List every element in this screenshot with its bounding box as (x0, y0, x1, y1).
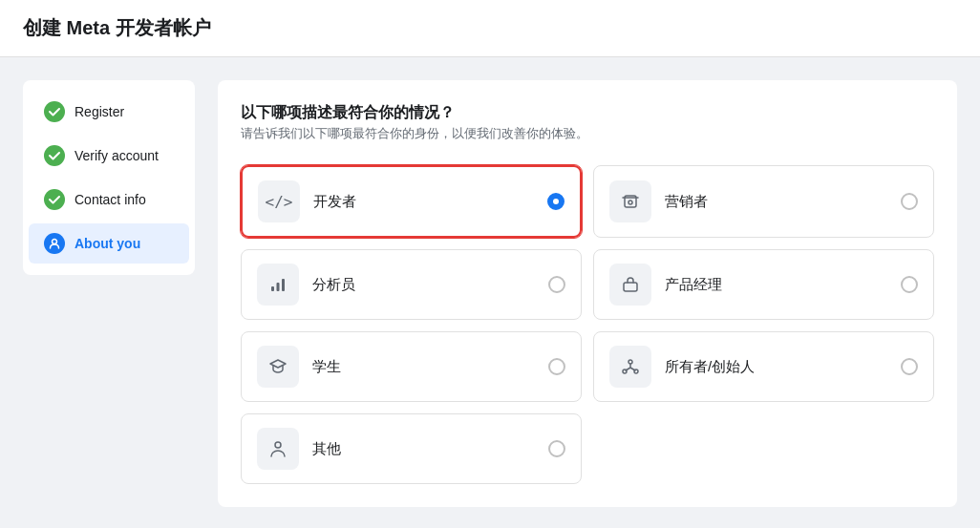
sidebar-item-about-you-label: About you (75, 236, 140, 251)
option-owner[interactable]: 所有者/创始人 (593, 331, 934, 402)
owner-icon (609, 346, 651, 388)
panel: 以下哪项描述最符合你的情况？ 请告诉我们以下哪项最符合你的身份，以便我们改善你的… (218, 80, 957, 507)
register-icon (44, 101, 65, 122)
option-product-manager-radio (901, 276, 918, 293)
option-student-radio (548, 358, 565, 375)
svg-point-0 (53, 240, 57, 244)
svg-rect-3 (277, 283, 280, 291)
about-you-icon (44, 233, 65, 254)
page-title: 创建 Meta 开发者帐户 (23, 17, 211, 38)
marketer-icon (609, 180, 651, 222)
option-marketer-label: 营销者 (665, 193, 887, 211)
student-icon (257, 346, 299, 388)
option-marketer[interactable]: 营销者 (593, 165, 934, 238)
analyst-icon (257, 264, 299, 306)
main-content: Register Verify account Contact info (0, 57, 980, 528)
developer-icon: </> (258, 180, 300, 222)
sidebar-item-verify-account-label: Verify account (75, 148, 159, 163)
option-product-manager[interactable]: 产品经理 (593, 249, 934, 320)
svg-point-1 (628, 201, 632, 204)
option-other-radio (548, 440, 565, 457)
option-developer[interactable]: </> 开发者 (241, 165, 582, 238)
option-student[interactable]: 学生 (241, 331, 582, 402)
svg-rect-4 (282, 279, 285, 291)
option-owner-radio (901, 358, 918, 375)
option-marketer-radio (901, 193, 918, 210)
option-analyst[interactable]: 分析员 (241, 249, 582, 320)
option-product-manager-label: 产品经理 (665, 276, 887, 294)
svg-point-9 (275, 442, 281, 448)
option-other[interactable]: 其他 (241, 413, 582, 484)
contact-info-icon (44, 189, 65, 210)
option-developer-label: 开发者 (313, 193, 534, 211)
option-developer-radio (547, 193, 565, 210)
svg-rect-5 (624, 283, 637, 291)
option-analyst-label: 分析员 (312, 276, 535, 294)
product-manager-icon (609, 264, 651, 306)
option-other-label: 其他 (312, 440, 535, 458)
option-owner-label: 所有者/创始人 (665, 358, 887, 376)
option-student-label: 学生 (312, 358, 535, 376)
sidebar-item-register[interactable]: Register (29, 92, 189, 132)
sidebar-item-about-you[interactable]: About you (29, 223, 189, 264)
sidebar-item-verify-account[interactable]: Verify account (29, 136, 189, 176)
option-analyst-radio (548, 276, 565, 293)
other-icon (257, 428, 299, 470)
sidebar-item-contact-info[interactable]: Contact info (29, 180, 189, 220)
svg-rect-2 (271, 286, 274, 291)
panel-question: 以下哪项描述最符合你的情况？ (241, 103, 934, 123)
panel-subtitle: 请告诉我们以下哪项最符合你的身份，以便我们改善你的体验。 (241, 125, 934, 142)
page-header: 创建 Meta 开发者帐户 (0, 0, 980, 57)
sidebar-item-contact-info-label: Contact info (75, 192, 146, 207)
options-grid: </> 开发者 营销者 (241, 165, 934, 484)
verify-account-icon (44, 145, 65, 166)
sidebar-item-register-label: Register (75, 104, 124, 119)
sidebar: Register Verify account Contact info (23, 80, 195, 275)
